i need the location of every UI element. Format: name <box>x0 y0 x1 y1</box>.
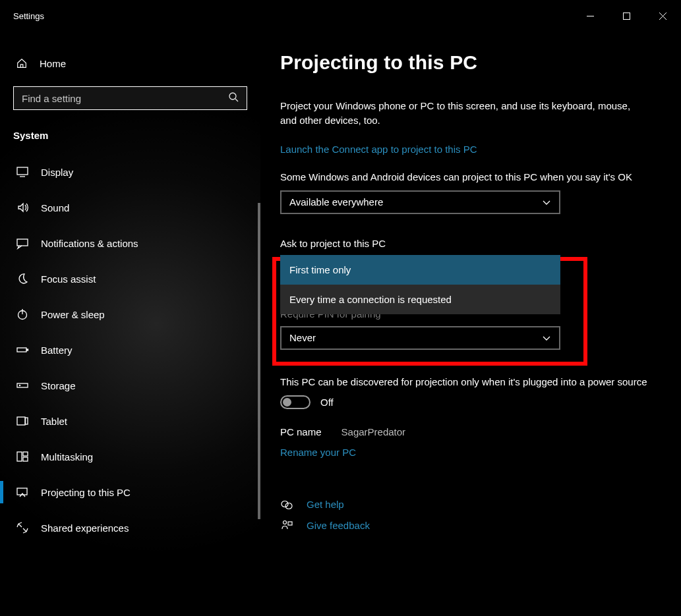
battery-icon <box>16 343 29 356</box>
svg-rect-13 <box>17 383 28 387</box>
titlebar: Settings <box>0 0 681 32</box>
sidebar-item-sound[interactable]: Sound <box>0 190 260 225</box>
dropdown-option-label: First time only <box>289 264 351 275</box>
svg-rect-1 <box>624 13 630 19</box>
speaker-icon <box>16 201 29 214</box>
multitask-icon <box>16 450 29 463</box>
dropdown-option-label: Every time a connection is requested <box>289 294 452 305</box>
sidebar-item-label: Display <box>41 167 73 178</box>
availability-label: Some Windows and Android devices can pro… <box>280 171 649 182</box>
page-description: Project your Windows phone or PC to this… <box>280 99 649 128</box>
availability-value: Available everywhere <box>289 196 383 208</box>
monitor-icon <box>16 165 29 179</box>
home-icon <box>16 57 28 69</box>
power-icon <box>16 308 29 321</box>
maximize-button[interactable] <box>608 0 645 32</box>
svg-rect-19 <box>23 457 28 461</box>
sidebar-item-notifications[interactable]: Notifications & actions <box>0 225 260 261</box>
moon-icon <box>16 272 29 285</box>
ask-option-every-time[interactable]: Every time a connection is requested <box>280 285 560 314</box>
feedback-icon <box>280 519 293 532</box>
home-button[interactable]: Home <box>13 32 247 82</box>
svg-point-21 <box>281 501 288 507</box>
svg-rect-15 <box>17 417 25 425</box>
sidebar-item-label: Multitasking <box>41 451 93 462</box>
sidebar-item-label: Projecting to this PC <box>41 487 131 498</box>
sidebar-item-label: Battery <box>41 345 73 356</box>
sidebar-item-label: Sound <box>41 202 69 213</box>
sidebar-item-label: Power & sleep <box>41 309 105 320</box>
chevron-down-icon <box>542 333 551 343</box>
search-icon <box>228 92 239 105</box>
sidebar-item-multitasking[interactable]: Multitasking <box>0 439 260 474</box>
search-box[interactable] <box>13 86 247 110</box>
launch-connect-link[interactable]: Launch the Connect app to project to thi… <box>280 144 477 155</box>
sidebar-item-tablet[interactable]: Tablet <box>0 403 260 439</box>
sidebar-item-label: Notifications & actions <box>41 238 138 249</box>
get-help-link[interactable]: Get help <box>307 499 344 510</box>
sidebar-section-label: System <box>13 130 247 141</box>
sidebar-item-label: Focus assist <box>41 273 96 285</box>
sidebar-item-focus-assist[interactable]: Focus assist <box>0 261 260 296</box>
page-title: Projecting to this PC <box>280 51 661 74</box>
home-label: Home <box>40 58 66 69</box>
svg-rect-8 <box>17 239 28 246</box>
require-pin-value: Never <box>289 332 316 343</box>
tablet-icon <box>16 414 29 428</box>
svg-rect-17 <box>17 452 22 461</box>
pcname-label: PC name <box>280 426 322 437</box>
svg-rect-11 <box>17 348 26 352</box>
discover-note: This PC can be discovered for projection… <box>280 376 649 387</box>
sidebar-item-battery[interactable]: Battery <box>0 332 260 368</box>
close-button[interactable] <box>645 0 681 32</box>
sidebar-item-storage[interactable]: Storage <box>0 368 260 403</box>
ask-to-project-label: Ask to project to this PC <box>280 238 649 249</box>
help-icon <box>280 498 293 511</box>
storage-icon <box>16 379 29 392</box>
window-title: Settings <box>13 11 44 21</box>
sidebar-item-projecting[interactable]: Projecting to this PC <box>0 474 260 510</box>
close-icon <box>659 13 666 20</box>
discover-toggle[interactable] <box>280 395 311 409</box>
maximize-icon <box>623 13 630 20</box>
svg-point-14 <box>19 385 20 385</box>
minimize-button[interactable] <box>572 0 608 32</box>
sidebar-item-power-sleep[interactable]: Power & sleep <box>0 296 260 332</box>
chevron-down-icon <box>542 198 551 207</box>
sidebar-item-shared-experiences[interactable]: Shared experiences <box>0 510 260 546</box>
sidebar-item-label: Shared experiences <box>41 522 129 534</box>
rename-pc-link[interactable]: Rename your PC <box>280 447 356 458</box>
sidebar-nav: Display Sound Notifications & actions Fo… <box>0 154 260 546</box>
ask-option-first-time[interactable]: First time only <box>280 255 560 285</box>
availability-select[interactable]: Available everywhere <box>280 190 560 214</box>
window-controls <box>572 0 681 32</box>
sidebar: Home System Display Sound Notifications … <box>0 32 260 616</box>
message-icon <box>16 237 29 250</box>
discover-toggle-state: Off <box>320 397 334 408</box>
svg-point-22 <box>285 503 292 509</box>
svg-rect-24 <box>288 522 292 525</box>
project-icon <box>16 486 29 499</box>
svg-line-5 <box>235 99 238 101</box>
give-feedback-link[interactable]: Give feedback <box>307 520 370 531</box>
minimize-icon <box>587 13 594 20</box>
main-content: Projecting to this PC Project your Windo… <box>260 32 681 616</box>
svg-rect-18 <box>23 452 28 456</box>
svg-point-23 <box>283 520 287 524</box>
svg-rect-12 <box>27 349 28 350</box>
require-pin-select[interactable]: Never <box>280 326 560 350</box>
svg-rect-16 <box>26 418 28 424</box>
sidebar-item-label: Tablet <box>41 416 67 427</box>
shared-icon <box>16 521 29 534</box>
svg-rect-6 <box>17 167 28 175</box>
sidebar-item-display[interactable]: Display <box>0 154 260 190</box>
svg-point-4 <box>229 93 236 99</box>
pcname-value: SagarPredator <box>341 426 406 437</box>
sidebar-item-label: Storage <box>41 380 76 391</box>
ask-to-project-dropdown[interactable]: First time only Every time a connection … <box>280 255 560 314</box>
search-input[interactable] <box>22 93 228 104</box>
